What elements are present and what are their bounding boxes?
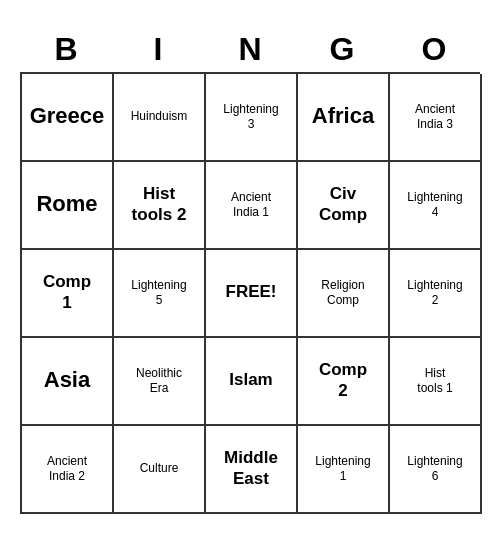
bingo-cell-8[interactable]: CivComp bbox=[298, 162, 390, 250]
bingo-cell-22[interactable]: MiddleEast bbox=[206, 426, 298, 514]
bingo-cell-24[interactable]: Lightening6 bbox=[390, 426, 482, 514]
cell-text-6: Histtools 2 bbox=[132, 184, 187, 225]
bingo-board: BINGO GreeceHuinduismLightening3AfricaAn… bbox=[20, 31, 480, 514]
bingo-cell-6[interactable]: Histtools 2 bbox=[114, 162, 206, 250]
cell-text-11: Lightening5 bbox=[131, 278, 186, 307]
bingo-cell-13[interactable]: ReligionComp bbox=[298, 250, 390, 338]
bingo-cell-23[interactable]: Lightening1 bbox=[298, 426, 390, 514]
cell-text-24: Lightening6 bbox=[407, 454, 462, 483]
cell-text-16: NeolithicEra bbox=[136, 366, 182, 395]
cell-text-3: Africa bbox=[312, 103, 374, 129]
bingo-cell-20[interactable]: AncientIndia 2 bbox=[22, 426, 114, 514]
cell-text-7: AncientIndia 1 bbox=[231, 190, 271, 219]
bingo-cell-0[interactable]: Greece bbox=[22, 74, 114, 162]
bingo-cell-2[interactable]: Lightening3 bbox=[206, 74, 298, 162]
cell-text-18: Comp2 bbox=[319, 360, 367, 401]
bingo-cell-14[interactable]: Lightening2 bbox=[390, 250, 482, 338]
cell-text-4: AncientIndia 3 bbox=[415, 102, 455, 131]
bingo-cell-4[interactable]: AncientIndia 3 bbox=[390, 74, 482, 162]
bingo-cell-19[interactable]: Histtools 1 bbox=[390, 338, 482, 426]
cell-text-15: Asia bbox=[44, 367, 90, 393]
cell-text-0: Greece bbox=[30, 103, 105, 129]
cell-text-5: Rome bbox=[36, 191, 97, 217]
header-letter-I: I bbox=[114, 31, 202, 68]
header-letter-O: O bbox=[390, 31, 478, 68]
cell-text-14: Lightening2 bbox=[407, 278, 462, 307]
bingo-cell-9[interactable]: Lightening4 bbox=[390, 162, 482, 250]
cell-text-12: FREE! bbox=[226, 282, 277, 302]
cell-text-1: Huinduism bbox=[131, 109, 188, 123]
cell-text-13: ReligionComp bbox=[321, 278, 364, 307]
cell-text-2: Lightening3 bbox=[223, 102, 278, 131]
cell-text-23: Lightening1 bbox=[315, 454, 370, 483]
bingo-grid: GreeceHuinduismLightening3AfricaAncientI… bbox=[20, 72, 480, 514]
bingo-cell-10[interactable]: Comp1 bbox=[22, 250, 114, 338]
bingo-cell-1[interactable]: Huinduism bbox=[114, 74, 206, 162]
bingo-cell-12[interactable]: FREE! bbox=[206, 250, 298, 338]
header-letter-N: N bbox=[206, 31, 294, 68]
bingo-cell-18[interactable]: Comp2 bbox=[298, 338, 390, 426]
bingo-header: BINGO bbox=[20, 31, 480, 68]
header-letter-B: B bbox=[22, 31, 110, 68]
cell-text-21: Culture bbox=[140, 461, 179, 475]
bingo-cell-3[interactable]: Africa bbox=[298, 74, 390, 162]
bingo-cell-17[interactable]: Islam bbox=[206, 338, 298, 426]
cell-text-22: MiddleEast bbox=[224, 448, 278, 489]
cell-text-17: Islam bbox=[229, 370, 272, 390]
bingo-cell-5[interactable]: Rome bbox=[22, 162, 114, 250]
bingo-cell-16[interactable]: NeolithicEra bbox=[114, 338, 206, 426]
cell-text-8: CivComp bbox=[319, 184, 367, 225]
cell-text-20: AncientIndia 2 bbox=[47, 454, 87, 483]
bingo-cell-7[interactable]: AncientIndia 1 bbox=[206, 162, 298, 250]
bingo-cell-21[interactable]: Culture bbox=[114, 426, 206, 514]
cell-text-9: Lightening4 bbox=[407, 190, 462, 219]
header-letter-G: G bbox=[298, 31, 386, 68]
cell-text-10: Comp1 bbox=[43, 272, 91, 313]
cell-text-19: Histtools 1 bbox=[417, 366, 452, 395]
bingo-cell-15[interactable]: Asia bbox=[22, 338, 114, 426]
bingo-cell-11[interactable]: Lightening5 bbox=[114, 250, 206, 338]
